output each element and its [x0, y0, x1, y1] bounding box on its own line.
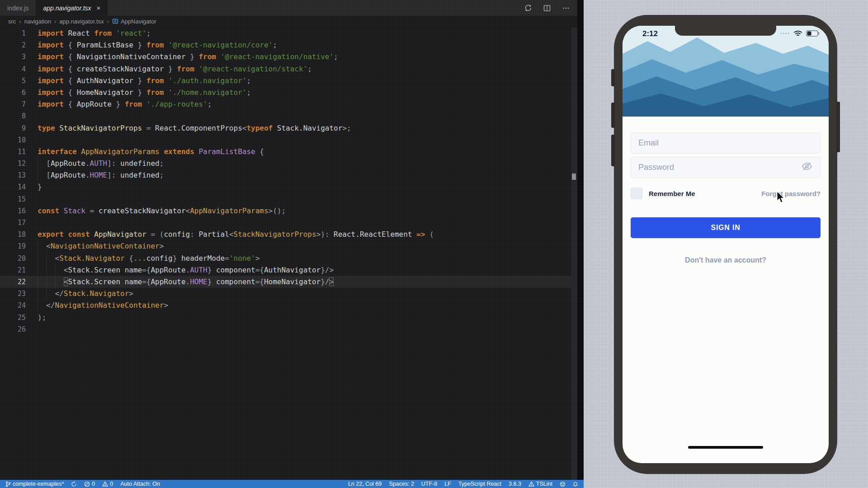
sync-status[interactable] — [71, 481, 77, 487]
error-icon — [84, 481, 90, 487]
code-line[interactable]: 26 — [0, 324, 571, 335]
line-number: 3 — [0, 51, 26, 63]
password-field[interactable]: Password — [631, 157, 821, 178]
line-number: 9 — [0, 122, 26, 134]
code-line[interactable]: 19 <NavigationNativeContainer> — [0, 240, 571, 252]
warning-icon — [102, 481, 108, 487]
symbol-icon — [112, 18, 118, 24]
close-tab-icon[interactable]: × — [97, 5, 101, 11]
forgot-password-link[interactable]: Forgot password? — [761, 190, 821, 197]
volume-down-button — [611, 135, 615, 166]
phone-screen: 2:12 Email Password Remember Me Forgot p… — [623, 26, 829, 463]
code-line[interactable]: 20 <Stack.Navigator {...config} headerMo… — [0, 253, 571, 264]
line-number: 19 — [0, 240, 26, 252]
errors-count[interactable]: 0 — [84, 481, 95, 487]
breadcrumb-separator: › — [105, 18, 111, 25]
notch — [675, 26, 776, 36]
code-line[interactable]: 1import React from 'react'; — [0, 28, 571, 39]
code-line[interactable]: 15 — [0, 193, 571, 205]
code-line[interactable]: 12 [AppRoute.AUTH]: undefined; — [0, 158, 571, 169]
overview-ruler[interactable] — [571, 28, 577, 480]
warnings-count[interactable]: 0 — [102, 481, 113, 487]
line-number: 7 — [0, 99, 26, 110]
line-number: 12 — [0, 158, 26, 169]
code-line-content: <NavigationNativeContainer> — [38, 240, 164, 252]
line-number: 15 — [0, 193, 26, 205]
code-line[interactable]: 3import { NavigationNativeContainer } fr… — [0, 51, 571, 63]
code-line[interactable]: 9type StackNavigatorProps = React.Compon… — [0, 122, 571, 134]
code-line-content: <Stack.Navigator {...config} headerMode=… — [38, 253, 259, 264]
eye-off-icon[interactable] — [801, 160, 813, 174]
cellular-dots-icon — [780, 32, 790, 35]
code-line[interactable]: 6import { HomeNavigator } from './home.n… — [0, 87, 571, 99]
line-number: 11 — [0, 146, 26, 158]
mouse-cursor — [777, 191, 786, 204]
remember-row: Remember Me Forgot password? — [631, 187, 821, 200]
code-line[interactable]: 10 — [0, 134, 571, 146]
code-line[interactable]: 22 <Stack.Screen name={AppRoute.HOME} co… — [0, 276, 571, 288]
tab-bar: index.js app.navigator.tsx × — [0, 0, 584, 16]
code-line-content: <Stack.Screen name={AppRoute.AUTH} compo… — [38, 264, 334, 276]
code-line-content: </Stack.Navigator> — [38, 288, 133, 300]
wifi-icon — [793, 30, 802, 37]
split-editor-icon[interactable] — [543, 4, 551, 12]
code-line[interactable]: 24 </NavigationNativeContainer> — [0, 300, 571, 311]
line-number: 4 — [0, 63, 26, 75]
breadcrumb: src › navigation › app.navigator.tsx › A… — [0, 16, 584, 27]
home-indicator[interactable] — [688, 446, 763, 449]
code-line-content: [AppRoute.HOME]: undefined; — [38, 169, 164, 181]
code-line[interactable]: 13 [AppRoute.HOME]: undefined; — [0, 169, 571, 181]
encoding[interactable]: UTF-8 — [421, 481, 437, 487]
code-line[interactable]: 17 — [0, 217, 571, 229]
code-line[interactable]: 25); — [0, 312, 571, 324]
code-line[interactable]: 2import { ParamListBase } from '@react-n… — [0, 39, 571, 51]
feedback-smiley[interactable] — [560, 481, 566, 487]
volume-up-button — [611, 103, 615, 128]
sync-icon[interactable] — [524, 4, 532, 12]
vscode-editor-pane: index.js app.navigator.tsx × src › navig… — [0, 0, 584, 488]
git-branch-icon — [5, 481, 11, 487]
code-line-content: interface AppNavigatorParams extends Par… — [38, 146, 264, 158]
breadcrumb-item-navigation[interactable]: navigation — [24, 18, 52, 25]
auto-attach-status[interactable]: Auto Attach: On — [120, 481, 160, 487]
phone-clock: 2:12 — [642, 29, 658, 38]
code-line-content: ); — [38, 312, 46, 324]
code-editor[interactable]: 1import React from 'react';2import { Par… — [0, 28, 571, 480]
iphone-simulator-frame: 2:12 Email Password Remember Me Forgot p… — [614, 15, 837, 474]
breadcrumb-item-symbol[interactable]: AppNavigator — [111, 18, 157, 25]
dont-have-account-link[interactable]: Don't have an account? — [623, 256, 829, 264]
code-line[interactable]: 7import { AppRoute } from './app-routes'… — [0, 99, 571, 110]
tslint-status[interactable]: TSLint — [528, 481, 552, 487]
tab-app-navigator-tsx[interactable]: app.navigator.tsx × — [36, 0, 108, 16]
notifications-bell[interactable] — [573, 481, 578, 487]
ts-version[interactable]: 3.6.3 — [509, 481, 521, 487]
more-actions-icon[interactable] — [562, 4, 570, 12]
tab-index-js[interactable]: index.js — [0, 0, 36, 16]
line-number: 14 — [0, 181, 26, 193]
mountains-image — [623, 26, 829, 117]
code-line[interactable]: 18export const AppNavigator = (config: P… — [0, 229, 571, 240]
code-line[interactable]: 8 — [0, 110, 571, 122]
breadcrumb-item-file[interactable]: app.navigator.tsx — [58, 18, 104, 25]
email-field[interactable]: Email — [631, 132, 821, 154]
code-line[interactable]: 5import { AuthNavigator } from './auth.n… — [0, 75, 571, 87]
line-number: 21 — [0, 264, 26, 276]
code-line[interactable]: 23 </Stack.Navigator> — [0, 288, 571, 300]
indentation[interactable]: Spaces: 2 — [389, 481, 414, 487]
code-line[interactable]: 14} — [0, 181, 571, 193]
cursor-position[interactable]: Ln 22, Col 69 — [348, 481, 382, 487]
code-line[interactable]: 11interface AppNavigatorParams extends P… — [0, 146, 571, 158]
code-line[interactable]: 21 <Stack.Screen name={AppRoute.AUTH} co… — [0, 264, 571, 276]
line-number: 22 — [0, 276, 26, 288]
sign-in-button[interactable]: SIGN IN — [631, 217, 821, 238]
language-mode[interactable]: TypeScript React — [458, 481, 501, 487]
git-branch-status[interactable]: complete-exmaples* — [5, 481, 64, 487]
phone-status-icons — [780, 30, 820, 37]
code-line-content: import { createStackNavigator } from '@r… — [38, 63, 312, 75]
password-placeholder: Password — [638, 163, 674, 172]
code-line[interactable]: 4import { createStackNavigator } from '@… — [0, 63, 571, 75]
remember-me-checkbox[interactable] — [631, 188, 642, 199]
breadcrumb-item-src[interactable]: src — [7, 18, 17, 25]
code-line[interactable]: 16const Stack = createStackNavigator<App… — [0, 205, 571, 217]
eol[interactable]: LF — [444, 481, 451, 487]
